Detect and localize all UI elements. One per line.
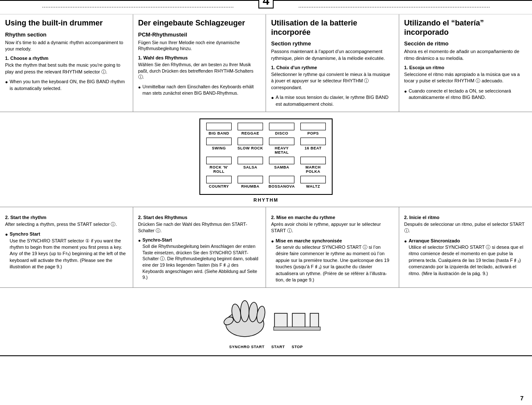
section2-sub-body-en: Use the SYNCHRO START selector ① if you … [10,238,126,270]
rhythm-btn-label: ROCK 'N' ROLL [204,165,233,174]
bullet-dot: ● [5,231,8,270]
rhythm-button: DISCO [267,123,296,135]
rhythm-btn-box [206,157,232,164]
rhythm-btn-label: BIG BAND [209,131,230,135]
rhythm-btn-label: 16 BEAT [305,146,322,150]
bullet-dot: ● [404,238,407,277]
rhythm-button: BOSSANOVA [267,176,296,188]
page-wrapper: 4 Using the built-in drummer Rhythm sect… [0,0,532,405]
section2-sub-body-fr: Se servir du sélecteur SYNCHRO START ⓘ s… [276,245,389,282]
section1-heading-fr: 1. Choix d'un rythme [271,65,394,70]
rhythm-btn-box [269,176,294,183]
section1-heading-es: 1. Escoja un ritmo [404,65,527,70]
bullet-dot: ● [271,238,274,284]
main-content: Using the built-in drummer Rhythm sectio… [0,14,532,112]
rhythm-btn-box [238,138,263,145]
rhythm-button: MARCH POLKA [299,157,328,174]
section1-bullet-fr-0: ● A la mise sous tension du clavier, le … [271,94,394,107]
page-number-badge: 4 [258,0,274,8]
section2-sub-heading-de: Synchro-Start [143,237,172,242]
section1-heading-en: 1. Choose a rhythm [5,56,128,61]
rhythm-btn-label: SWING [212,146,226,150]
rhythm-button: REGGAE [236,123,265,135]
column-german-bottom: 2. Start des Rhythmus Drücken Sie nach d… [133,207,266,288]
col-title-en: Using the built-in drummer [5,19,128,28]
rhythm-btn-box [300,138,326,145]
rhythm-btn-box [300,123,326,130]
dotted-line-right [299,7,490,8]
section1-body-fr: Sélectionner le rythme qui convient le m… [271,71,394,91]
rhythm-btn-box [238,176,263,183]
rhythm-button: SWING [204,138,233,155]
col-subtitle-en: Rhythm section [5,31,128,38]
section2-heading-fr: 2. Mise en marche du rythme [271,215,394,220]
bullet-content: Arranque Sincronizado Utilice el selecto… [409,238,527,277]
svg-point-2 [241,301,249,322]
col-title-de: Der eingebaute Schlagzeuger [138,19,261,28]
rhythm-btn-label: SLOW ROCK [238,146,263,150]
section2-body-de: Drücken Sie nach der Wahl des Rhythmus d… [138,221,261,233]
section1-bullet-en-0: ● When you turn the keyboard ON, the BIG… [5,79,128,92]
rhythm-btn-box [206,123,232,130]
rhythm-button: WALTZ [299,176,328,188]
rhythm-button: BIG BAND [204,123,233,135]
rhythm-btn-box [269,157,294,164]
section2-sub-heading-en: Synchro Start [10,231,40,236]
column-french: Utilisation de la batterie incorporée Se… [266,14,399,112]
synchro-illustration [211,292,321,343]
bullet-content: Mise en marche synchronisée Se servir du… [276,238,394,284]
section2-heading-es: 2. Inicie el ritmo [404,215,527,220]
rhythm-diagram: BIG BANDREGGAEDISCOPOPSSWINGSLOW ROCKHEA… [199,118,333,195]
rhythm-btn-label: WALTZ [306,184,320,188]
rhythm-btn-box [238,157,263,164]
rhythm-btn-label: BOSSANOVA [269,184,295,188]
section1-bullet-es-0: ● Cuando conecte el teclado a ON, se sel… [404,88,527,101]
bottom-content: 2. Start the rhythm After selecting a rh… [0,207,532,288]
col-subtitle-body-de: Fügen Sie nun Ihrer Melodie noch eine dy… [138,39,261,52]
rhythm-row: BIG BANDREGGAEDISCOPOPS [204,123,328,135]
col-subtitle-body-fr: Passons maintenant à l’apport d’un accom… [271,48,394,62]
bullet-dot: ● [138,237,141,281]
bullet-text: A la mise sous tension du clavier, le ry… [276,94,394,107]
rhythm-btn-label: DISCO [275,131,288,135]
rhythm-btn-label: REGGAE [241,131,259,135]
rhythm-btn-label: MARCH POLKA [299,165,328,174]
rhythm-label: RHYTHM [0,197,532,202]
rhythm-button: SLOW ROCK [236,138,265,155]
rhythm-btn-box [269,123,294,130]
section2-bullet-es: ● Arranque Sincronizado Utilice el selec… [404,238,527,277]
bottom-border [0,355,532,356]
col-title-es: Utilizando el “batería” incorporado [404,19,527,37]
dotted-line-left [42,7,233,8]
rhythm-button: ROCK 'N' ROLL [204,157,233,174]
section2-bullet-en: ● Synchro Start Use the SYNCHRO START se… [5,231,128,270]
rhythm-row: ROCK 'N' ROLLSALSASAMBAMARCH POLKA [204,157,328,174]
section2-sub-heading-fr: Mise en marche synchronisée [276,238,342,243]
section2-bullet-fr: ● Mise en marche synchronisée Se servir … [271,238,394,284]
col-title-fr: Utilisation de la batterie incorporée [271,19,394,37]
bullet-dot: ● [404,88,407,101]
section1-body-en: Pick the rhythm that best suits the musi… [5,62,128,75]
rhythm-btn-box [206,138,232,145]
bullet-content: Synchro Start Use the SYNCHRO START sele… [10,231,128,270]
section2-body-es: Después de seleccionar un ritmo, pulse e… [404,221,527,234]
bullet-text: Unmittelbar nach dem Einschalten des Key… [143,84,260,96]
rhythm-button: RHUMBA [236,176,265,188]
bullet-text: Cuando conecte el teclado a ON, se selec… [409,88,527,101]
section1-bullet-de-0: ● Unmittelbar nach dem Einschalten des K… [138,84,261,96]
rhythm-btn-box [300,176,326,183]
bullet-content: Synchro-Start Soll die Rhythmusbegleitun… [143,237,260,281]
start-label: START [272,345,285,349]
section1-body-de: Wählen Sie den Rhythmus, der am besten z… [138,62,261,80]
col-subtitle-body-en: Now it's time to add a dynamic rhythm ac… [5,39,128,53]
svg-rect-9 [274,327,320,330]
rhythm-btn-label: COUNTRY [209,184,229,188]
column-german: Der eingebaute Schlagzeuger PCM-Rhythmus… [133,14,266,112]
col-subtitle-de: PCM-Rhythmusteil [138,31,261,38]
rhythm-button: POPS [299,123,328,135]
rhythm-button: SALSA [236,157,265,174]
section1-heading-de: 1. Wahl des Rhythmus [138,55,261,60]
col-subtitle-body-es: Ahora es el momento de añadir un acompañ… [404,48,527,62]
rhythm-button: HEAVY METAL [267,138,296,155]
column-spanish: Utilizando el “batería” incorporado Secc… [399,14,532,112]
